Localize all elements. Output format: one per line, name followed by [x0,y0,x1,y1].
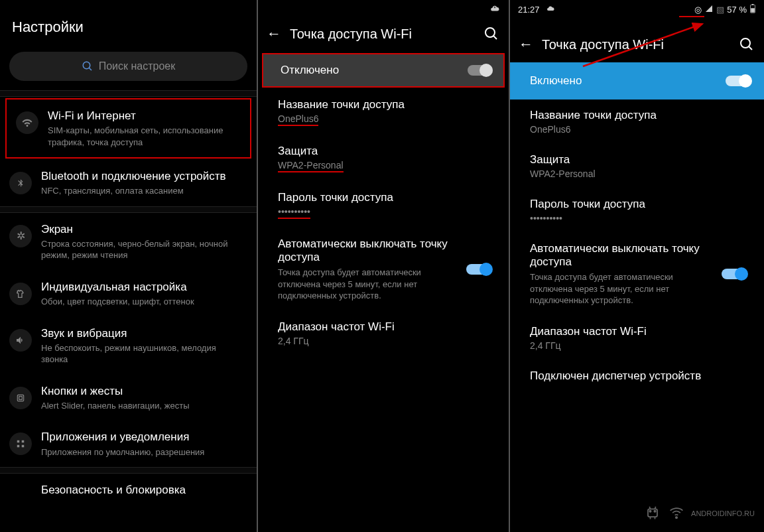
band-setting[interactable]: Диапазон частот Wi-Fi 2,4 ГГц [510,316,764,360]
divider [0,206,257,213]
setting-title: Защита [278,145,491,158]
hotspot-toggle-row[interactable]: Включено [510,62,764,100]
divider [0,90,257,97]
header-title: Точка доступа Wi-Fi [283,27,483,42]
band-setting[interactable]: Диапазон частот Wi-Fi 2,4 ГГц [258,311,509,356]
search-icon[interactable] [739,36,755,52]
nav-item-subtitle: NFC, трансляция, оплата касанием [41,185,245,197]
svg-line-9 [493,36,497,39]
hotspot-switch[interactable] [726,76,751,86]
no-sim-icon: ▧ [716,5,724,15]
setting-value: 2,4 ГГц [530,340,747,351]
buttons-icon [9,387,32,409]
security-setting[interactable]: Защита WPA2-Personal [510,144,764,188]
cloud-icon [545,5,556,15]
hotspot-name-setting[interactable]: Название точки доступа OnePlus6 [258,89,509,135]
status-bar: 21:27 ◎ ▧ 57 % [510,0,764,16]
nav-item-title: Кнопки и жесты [41,384,245,399]
setting-value: WPA2-Personal [530,168,747,179]
nav-item-title: Wi-Fi и Интернет [48,109,238,123]
hotspot-status-icon: ◎ [694,5,702,15]
svg-rect-6 [17,445,20,448]
search-settings-input[interactable]: Поиск настроек [9,52,247,81]
setting-title: Диапазон частот Wi-Fi [278,320,491,334]
nav-security[interactable]: Безопасность и блокировка [0,474,257,517]
wifi-icon [16,111,38,134]
svg-rect-3 [19,397,23,400]
battery-percent: 57 % [727,5,747,15]
back-button[interactable]: ← [517,36,535,53]
status-bar [258,0,509,16]
signal-icon [704,5,714,15]
nav-wifi-internet[interactable]: Wi-Fi и Интернет SIM-карты, мобильная се… [5,98,251,159]
hotspot-toggle-label: Включено [530,74,726,88]
hotspot-panel-off: ← Точка доступа Wi-Fi Отключено Название… [258,0,510,532]
watermark: ANDROIDINFO.RU [643,503,755,524]
nav-item-subtitle: Alert Slider, панель навигации, жесты [41,400,245,412]
search-icon[interactable] [483,26,499,42]
nav-customization[interactable]: Индивидуальная настройка Обои, цвет подс… [0,271,257,317]
nav-item-subtitle: Строка состояния, черно-белый экран, ноч… [41,238,245,261]
back-button[interactable]: ← [265,25,283,42]
svg-rect-4 [17,440,20,443]
shirt-icon [9,283,32,305]
setting-title: Диапазон частот Wi-Fi [530,325,747,338]
security-setting[interactable]: Защита WPA2-Personal [258,135,509,182]
auto-off-setting[interactable]: Автоматически выключать точку доступа То… [258,228,509,311]
svg-line-15 [749,46,752,50]
setting-title: Защита [530,153,747,166]
cloud-icon [489,4,501,15]
nav-item-subtitle: Обои, цвет подсветки, шрифт, оттенок [41,296,245,308]
setting-value: •••••••••• [278,206,491,219]
nav-bluetooth[interactable]: Bluetooth и подключение устройств NFC, т… [0,160,257,206]
svg-rect-7 [22,445,25,448]
svg-rect-16 [648,509,657,517]
brightness-icon: ✲ [9,225,32,247]
search-placeholder: Поиск настроек [99,60,176,72]
divider [0,467,257,474]
auto-off-switch[interactable] [466,264,491,275]
hotspot-toggle-row[interactable]: Отключено [262,53,505,88]
nav-item-title: Экран [41,222,245,237]
bluetooth-icon [9,172,32,194]
svg-point-23 [676,517,677,518]
hotspot-name-setting[interactable]: Название точки доступа OnePlus6 [510,100,764,144]
nav-item-title: Безопасность и блокировка [41,483,245,498]
svg-point-14 [741,38,750,48]
setting-title: Автоматически выключать точку доступа [530,242,715,269]
wifi-icon [667,503,686,524]
svg-point-0 [83,62,90,69]
nav-buttons-gestures[interactable]: Кнопки и жесты Alert Slider, панель нави… [0,375,257,421]
setting-description: Точка доступа будет автоматически отключ… [530,271,715,306]
svg-rect-12 [751,8,755,12]
setting-value: 2,4 ГГц [278,336,491,346]
search-icon [82,60,94,72]
device-manager-setting[interactable]: Подключен диспетчер устройств [510,360,764,392]
setting-value: •••••••••• [530,213,747,224]
nav-display[interactable]: ✲ Экран Строка состояния, черно-белый эк… [0,213,257,271]
auto-off-switch[interactable] [722,269,747,279]
nav-item-title: Bluetooth и подключение устройств [41,169,245,184]
nav-item-subtitle: SIM-карты, мобильная сеть, использование… [48,125,238,148]
setting-title: Подключен диспетчер устройств [530,369,747,383]
nav-item-title: Приложения и уведомления [41,430,245,444]
nav-apps-notifications[interactable]: Приложения и уведомления Приложения по у… [0,421,257,467]
password-setting[interactable]: Пароль точки доступа •••••••••• [510,188,764,233]
setting-value: OnePlus6 [278,113,491,126]
svg-line-20 [655,507,656,509]
hotspot-switch[interactable] [468,65,493,76]
nav-sound[interactable]: Звук и вибрация Не беспокоить, режим нау… [0,317,257,375]
password-setting[interactable]: Пароль точки доступа •••••••••• [258,182,509,228]
page-title: Настройки [0,0,257,52]
setting-title: Название точки доступа [530,109,747,122]
auto-off-setting[interactable]: Автоматически выключать точку доступа То… [510,233,764,316]
nav-item-subtitle: Приложения по умолчанию, разрешения [41,446,245,458]
hotspot-toggle-label: Отключено [281,64,468,77]
svg-rect-11 [752,4,754,5]
apps-icon [9,432,32,455]
setting-title: Автоматически выключать точку доступа [278,237,460,264]
setting-value: OnePlus6 [530,124,747,135]
setting-title: Пароль точки доступа [530,198,747,211]
settings-panel: Настройки Поиск настроек Wi-Fi и Интерне… [0,0,258,532]
svg-point-8 [485,28,495,37]
